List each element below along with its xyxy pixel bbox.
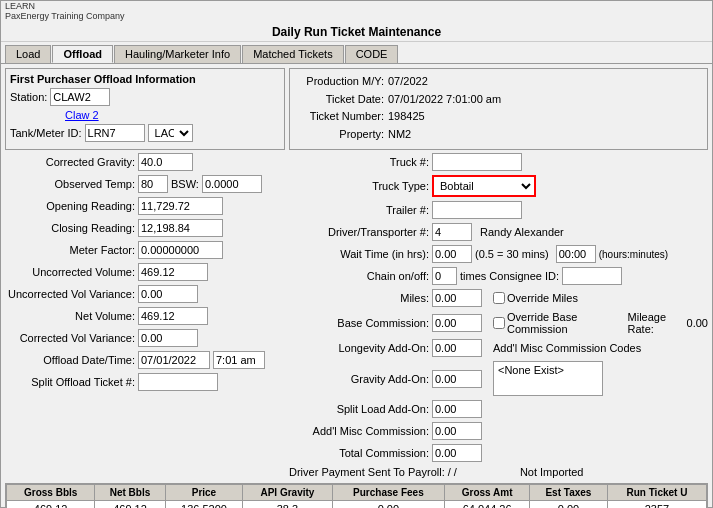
uncorrected-vol-variance-row: Uncorrected Vol Variance: xyxy=(5,285,285,303)
tab-code[interactable]: CODE xyxy=(345,45,399,63)
tab-bar: Load Offload Hauling/Marketer Info Match… xyxy=(1,42,712,64)
opening-reading-input[interactable] xyxy=(138,197,223,215)
gravity-input[interactable] xyxy=(432,370,482,388)
window-title: Daily Run Ticket Maintenance xyxy=(272,25,441,39)
right-top-panel: Production M/Y: 07/2022 Ticket Date: 07/… xyxy=(289,68,708,150)
miles-row: Miles: Override Miles xyxy=(289,289,708,307)
top-section: First Purchaser Offload Information Stat… xyxy=(5,68,708,150)
consignee-id-input[interactable] xyxy=(562,267,622,285)
override-miles-row: Override Miles xyxy=(493,292,578,304)
driver-transporter-label: Driver/Transporter #: xyxy=(289,226,429,238)
trailer-num-input[interactable] xyxy=(432,201,522,219)
tab-offload[interactable]: Offload xyxy=(52,45,113,63)
miles-label: Miles: xyxy=(289,292,429,304)
observed-temp-input[interactable] xyxy=(138,175,168,193)
corrected-gravity-input[interactable] xyxy=(138,153,193,171)
claw-link[interactable]: Claw 2 xyxy=(65,109,99,121)
driver-payment-label: Driver Payment Sent To Payroll: xyxy=(289,466,445,478)
net-volume-input[interactable] xyxy=(138,307,208,325)
lact-select[interactable]: LACT xyxy=(148,124,193,142)
middle-left: Corrected Gravity: Observed Temp: BSW: O… xyxy=(5,153,285,480)
driver-transporter-row: Driver/Transporter #: Randy Alexander xyxy=(289,223,708,241)
col-price: Price xyxy=(165,485,243,501)
uncorrected-vol-variance-input[interactable] xyxy=(138,285,198,303)
table-row: 469.12 469.12 136.5200 38.3 0.00 64,044.… xyxy=(7,501,707,509)
trailer-num-row: Trailer #: xyxy=(289,201,708,219)
ticket-number-value: 198425 xyxy=(388,108,425,126)
corrected-gravity-label: Corrected Gravity: xyxy=(5,156,135,168)
tank-meter-label: Tank/Meter ID: xyxy=(10,127,82,139)
miles-input[interactable] xyxy=(432,289,482,307)
offload-datetime-row: Offload Date/Time: xyxy=(5,351,285,369)
split-load-input[interactable] xyxy=(432,400,482,418)
station-label: Station: xyxy=(10,91,47,103)
override-base-checkbox[interactable] xyxy=(493,317,505,329)
bsw-label: BSW: xyxy=(171,178,199,190)
middle-section: Corrected Gravity: Observed Temp: BSW: O… xyxy=(5,153,708,480)
longevity-label: Longevity Add-On: xyxy=(289,342,429,354)
main-window: LEARN PaxEnergy Training Company Daily R… xyxy=(0,0,713,508)
offload-time-input[interactable] xyxy=(213,351,265,369)
closing-reading-label: Closing Reading: xyxy=(5,222,135,234)
cell-run-ticket: 2357 xyxy=(607,501,706,509)
base-commission-input[interactable] xyxy=(432,314,482,332)
tab-load[interactable]: Load xyxy=(5,45,51,63)
split-load-label: Split Load Add-On: xyxy=(289,403,429,415)
corrected-vol-variance-row: Corrected Vol Variance: xyxy=(5,329,285,347)
meter-factor-row: Meter Factor: xyxy=(5,241,285,259)
longevity-input[interactable] xyxy=(432,339,482,357)
production-label: Production M/Y: xyxy=(294,73,384,91)
closing-reading-input[interactable] xyxy=(138,219,223,237)
addl-misc-codes-label: Add'l Misc Commission Codes xyxy=(493,342,641,354)
observed-temp-label: Observed Temp: xyxy=(5,178,135,190)
gravity-label: Gravity Add-On: xyxy=(289,373,429,385)
tab-matched[interactable]: Matched Tickets xyxy=(242,45,343,63)
col-net-bbls: Net Bbls xyxy=(95,485,165,501)
override-miles-label: Override Miles xyxy=(507,292,578,304)
driver-name: Randy Alexander xyxy=(480,226,564,238)
split-offload-input[interactable] xyxy=(138,373,218,391)
claw-row: Claw 2 xyxy=(10,109,280,121)
corrected-gravity-row: Corrected Gravity: xyxy=(5,153,285,171)
uncorrected-volume-input[interactable] xyxy=(138,263,208,281)
meter-factor-input[interactable] xyxy=(138,241,223,259)
driver-transporter-input[interactable] xyxy=(432,223,472,241)
tank-meter-input[interactable] xyxy=(85,124,145,142)
truck-num-input[interactable] xyxy=(432,153,522,171)
net-volume-row: Net Volume: xyxy=(5,307,285,325)
app-name: LEARN PaxEnergy Training Company xyxy=(1,1,712,21)
col-gross-amt: Gross Amt xyxy=(445,485,530,501)
meter-factor-label: Meter Factor: xyxy=(5,244,135,256)
uncorrected-volume-row: Uncorrected Volume: xyxy=(5,263,285,281)
override-miles-checkbox[interactable] xyxy=(493,292,505,304)
chain-input[interactable] xyxy=(432,267,457,285)
total-commission-input[interactable] xyxy=(432,444,482,462)
offload-date-input[interactable] xyxy=(138,351,210,369)
total-commission-row: Total Commission: xyxy=(289,444,708,462)
split-offload-row: Split Offload Ticket #: xyxy=(5,373,285,391)
wait-time-hm-input[interactable] xyxy=(556,245,596,263)
wait-time-hm-note: (hours:minutes) xyxy=(599,249,668,260)
net-volume-label: Net Volume: xyxy=(5,310,135,322)
wait-time-note: (0.5 = 30 mins) xyxy=(475,248,549,260)
gravity-addon-row: Gravity Add-On: <None Exist> xyxy=(289,361,708,396)
none-exist-text: <None Exist> xyxy=(498,364,564,376)
truck-type-select[interactable]: Bobtail Semi Other xyxy=(434,177,534,195)
tab-hauling[interactable]: Hauling/Marketer Info xyxy=(114,45,241,63)
bsw-input[interactable] xyxy=(202,175,262,193)
station-input[interactable] xyxy=(50,88,110,106)
offload-datetime-label: Offload Date/Time: xyxy=(5,354,135,366)
corrected-vol-variance-input[interactable] xyxy=(138,329,198,347)
wait-time-input[interactable] xyxy=(432,245,472,263)
cell-purchase-fees: 0.00 xyxy=(332,501,445,509)
addl-misc-row: Add'l Misc Commission: xyxy=(289,422,708,440)
total-commission-label: Total Commission: xyxy=(289,447,429,459)
mileage-rate-label: Mileage Rate: xyxy=(628,311,685,335)
cell-est-taxes: 0.00 xyxy=(529,501,607,509)
learn-label: LEARN xyxy=(5,1,35,11)
addl-misc-input[interactable] xyxy=(432,422,482,440)
trailer-num-label: Trailer #: xyxy=(289,204,429,216)
production-value: 07/2022 xyxy=(388,73,428,91)
driver-payment-value: / / xyxy=(448,466,457,478)
company-sub-label: PaxEnergy Training Company xyxy=(5,11,125,21)
